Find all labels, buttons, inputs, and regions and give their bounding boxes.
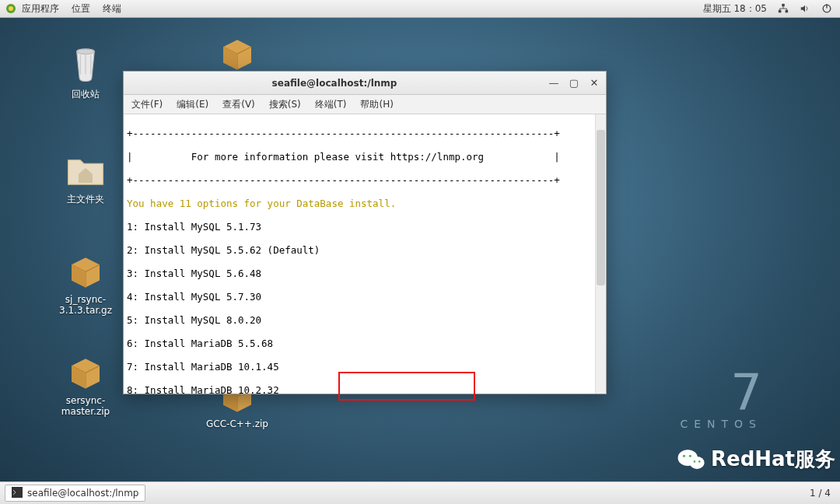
term-line: 4: Install MySQL 5.7.30: [127, 291, 603, 303]
distro-logo-icon: [5, 2, 17, 15]
home-folder-icon: [65, 148, 107, 190]
network-icon[interactable]: [778, 3, 789, 14]
svg-rect-3: [779, 10, 782, 13]
watermark: RedHat服务: [677, 446, 835, 473]
centos-version: 7: [680, 368, 762, 418]
term-line: +---------------------------------------…: [127, 174, 603, 186]
svg-rect-4: [786, 10, 789, 13]
taskbar: seafile@localhost:/lnmp 1 / 4: [0, 481, 840, 504]
menu-edit[interactable]: 编辑(E): [177, 98, 208, 111]
term-line: 2: Install MySQL 5.5.62 (Default): [127, 244, 603, 256]
menu-file[interactable]: 文件(F): [131, 98, 163, 111]
power-icon[interactable]: [821, 3, 832, 14]
term-line: 1: Install MySQL 5.1.73: [127, 221, 603, 233]
term-line: 7: Install MariaDB 10.1.45: [127, 361, 603, 373]
annotation-highlight: [338, 372, 475, 401]
desktop-icon-label: sersync-master.zip: [61, 395, 110, 417]
window-close-button[interactable]: ✕: [586, 75, 603, 92]
scrollbar-thumb[interactable]: [597, 130, 605, 285]
panel-clock[interactable]: 星期五 18：05: [703, 2, 767, 16]
menu-search[interactable]: 搜索(S): [269, 98, 301, 111]
taskbar-button-label: seafile@localhost:/lnmp: [27, 488, 138, 499]
svg-point-11: [689, 454, 691, 457]
menu-view[interactable]: 查看(V): [222, 98, 255, 111]
term-line: 3: Install MySQL 5.6.48: [127, 268, 603, 279]
terminal-icon: [12, 487, 23, 500]
svg-point-1: [9, 6, 13, 11]
desktop-icon-label: sj_rsync-3.1.3.tar.gz: [59, 294, 112, 316]
volume-icon[interactable]: [800, 3, 810, 14]
window-minimize-button[interactable]: —: [545, 75, 562, 92]
svg-rect-6: [826, 4, 827, 8]
menu-help[interactable]: 帮助(H): [360, 98, 393, 111]
centos-word: CENTOS: [680, 418, 762, 430]
wechat-icon: [677, 447, 706, 472]
terminal-window: seafile@localhost:/lnmp — ▢ ✕ 文件(F) 编辑(E…: [123, 71, 607, 394]
desktop-icon-trash[interactable]: 回收站: [51, 43, 121, 101]
terminal-viewport[interactable]: +---------------------------------------…: [124, 114, 606, 394]
svg-rect-14: [12, 487, 23, 498]
package-icon: [65, 249, 107, 291]
package-icon: [65, 350, 107, 392]
taskbar-window-button[interactable]: seafile@localhost:/lnmp: [5, 485, 145, 502]
desktop-icon-label: 回收站: [72, 89, 100, 100]
desktop-icon-archive-rsync[interactable]: sj_rsync-3.1.3.tar.gz: [51, 249, 121, 316]
desktop-icon-archive-background: [202, 31, 272, 76]
term-line: 5: Install MySQL 8.0.20: [127, 314, 603, 326]
centos-branding: 7 CENTOS: [680, 368, 762, 430]
svg-point-10: [683, 454, 685, 457]
svg-point-13: [698, 460, 701, 463]
term-line: 6: Install MariaDB 5.5.68: [127, 338, 603, 349]
desktop-icon-archive-sersync[interactable]: sersync-master.zip: [51, 350, 121, 417]
trash-icon: [65, 43, 107, 85]
menu-places[interactable]: 位置: [72, 2, 90, 16]
window-titlebar[interactable]: seafile@localhost:/lnmp — ▢ ✕: [124, 72, 606, 95]
window-title: seafile@localhost:/lnmp: [124, 78, 545, 89]
top-panel: 应用程序 位置 终端 星期五 18：05: [0, 0, 840, 18]
terminal-scrollbar[interactable]: [595, 114, 606, 394]
term-line: You have 11 options for your DataBase in…: [127, 198, 603, 209]
terminal-menubar: 文件(F) 编辑(E) 查看(V) 搜索(S) 终端(T) 帮助(H): [124, 95, 606, 114]
taskbar-workspace-indicator[interactable]: 1 / 4: [810, 488, 840, 499]
window-maximize-button[interactable]: ▢: [565, 75, 583, 92]
menu-terminal[interactable]: 终端: [103, 2, 121, 16]
desktop-icon-label: 主文件夹: [67, 194, 104, 205]
term-line: | For more information please visit http…: [127, 151, 603, 163]
svg-rect-2: [782, 4, 785, 7]
svg-point-12: [694, 460, 696, 463]
watermark-text: RedHat服务: [711, 446, 835, 473]
svg-point-9: [690, 457, 705, 469]
desktop-icon-home[interactable]: 主文件夹: [51, 148, 121, 206]
menu-applications[interactable]: 应用程序: [22, 2, 59, 16]
menu-terminal[interactable]: 终端(T): [315, 98, 347, 111]
package-icon: [216, 31, 258, 73]
desktop-icon-label: GCC-C++.zip: [206, 418, 268, 429]
term-line: +---------------------------------------…: [127, 128, 603, 139]
svg-point-7: [77, 49, 95, 54]
